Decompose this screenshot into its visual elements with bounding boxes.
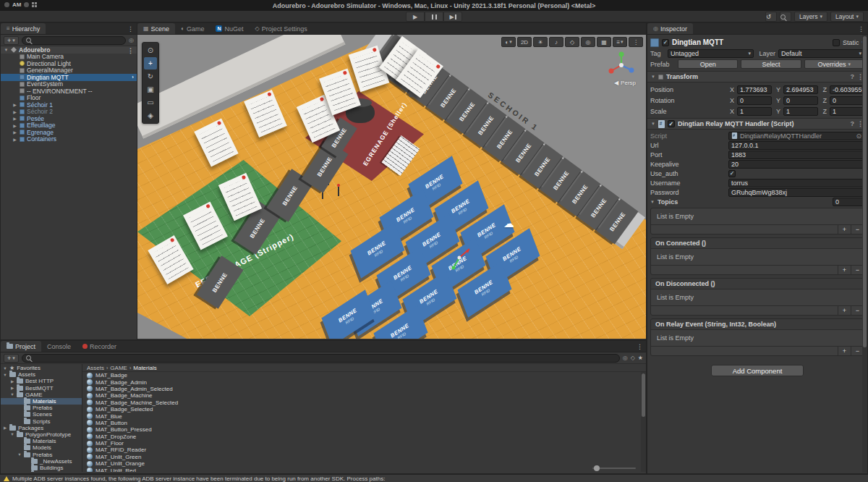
move-tool-button[interactable]: + xyxy=(144,57,157,69)
search-by-type-icon[interactable]: ◎ xyxy=(623,355,628,361)
tab-nuget[interactable]: NNuGet xyxy=(210,23,249,34)
scale-tool-button[interactable]: ▣ xyxy=(144,83,157,96)
view-tool-button[interactable]: ⊙ xyxy=(144,44,157,56)
prefab-overrides-button[interactable]: Overrides▾ xyxy=(804,59,864,69)
expand-arrow-icon[interactable]: ▶ xyxy=(12,137,17,142)
orientation-gizmo[interactable] xyxy=(605,49,637,81)
expand-arrow-icon[interactable]: ▶ xyxy=(12,116,17,121)
search-by-label-icon[interactable]: ◇ xyxy=(631,355,635,361)
asset-row[interactable]: MAT_Badge_Machine xyxy=(82,392,646,399)
pause-button[interactable] xyxy=(425,12,443,22)
layers-dropdown[interactable]: Layers▾ xyxy=(794,12,827,22)
tree-item[interactable]: ▶Packages xyxy=(1,425,82,431)
asset-row[interactable]: MAT_Unlit_Orange xyxy=(82,460,646,467)
foldout-icon[interactable]: ▼ xyxy=(650,200,655,204)
expand-arrow-icon[interactable]: ▼ xyxy=(10,392,14,397)
script-component-header[interactable]: ▼ ✓ Dingtian Relay MQTT Handler (Script)… xyxy=(647,118,867,130)
tree-item[interactable]: ▼★Favorites xyxy=(1,365,82,371)
tab-game[interactable]: ◐Game xyxy=(175,23,210,34)
asset-row[interactable]: MAT_Badge xyxy=(82,372,646,379)
breadcrumb-item[interactable]: GAME xyxy=(110,365,127,371)
tree-item[interactable]: Buildings xyxy=(1,465,82,471)
foldout-icon[interactable]: ▼ xyxy=(651,122,655,126)
tab-hierarchy[interactable]: ≡Hierarchy xyxy=(1,23,46,34)
breadcrumb-item[interactable]: Materials xyxy=(133,365,156,371)
asset-row[interactable]: MAT_Blue xyxy=(82,413,646,419)
hierarchy-item[interactable]: ▶Séchoir 2 xyxy=(1,109,137,116)
perspective-label[interactable]: ◀Persp xyxy=(614,80,636,86)
tree-item[interactable]: Scripts xyxy=(1,418,82,425)
expand-arrow-icon[interactable]: ▼ xyxy=(3,366,7,371)
asset-row[interactable]: MAT_DropZone xyxy=(82,434,646,440)
use-auth-checkbox[interactable]: ✓ xyxy=(728,170,736,177)
hierarchy-item[interactable]: Main Camera xyxy=(1,54,137,61)
window-control-icon[interactable] xyxy=(4,2,9,7)
foldout-icon[interactable]: ▼ xyxy=(651,75,655,79)
username-field[interactable]: torrus xyxy=(728,179,864,187)
effects-toggle-button[interactable]: ◇ xyxy=(565,37,579,47)
add-element-button[interactable]: + xyxy=(838,347,851,355)
tree-item[interactable]: ▶BestMQTT xyxy=(1,385,82,392)
layer-dropdown[interactable]: Default▾ xyxy=(778,49,864,58)
hierarchy-item[interactable]: -- ENVIRONNEMENT -- xyxy=(1,88,137,95)
asset-row[interactable]: MAT_Unlit_Green xyxy=(82,454,646,460)
save-search-icon[interactable]: ★ xyxy=(638,355,643,361)
app-grid-icon[interactable] xyxy=(32,2,37,7)
position-y-field[interactable]: 2.694953 xyxy=(783,85,818,94)
position-z-field[interactable]: -0.6039559 xyxy=(830,85,864,94)
tab-recorder[interactable]: Recorder xyxy=(77,341,122,352)
hierarchy-item[interactable]: GeneralManager xyxy=(1,67,137,75)
transform-tool-button[interactable]: ◈ xyxy=(144,109,157,122)
add-component-button[interactable]: Add Component xyxy=(711,365,804,376)
expand-arrow-icon[interactable]: ▶ xyxy=(3,426,7,430)
hierarchy-item-scene[interactable]: ▼Adourebro⋮ xyxy=(1,46,137,54)
tree-item[interactable]: ▶Best HTTP xyxy=(1,378,82,384)
rotation-z-field[interactable]: 0 xyxy=(830,96,864,105)
scene-menu-icon[interactable]: ⋮ xyxy=(127,47,134,54)
transform-component-header[interactable]: ▼ Transform ? ⋮ xyxy=(647,71,867,83)
add-element-button[interactable]: + xyxy=(838,266,851,274)
add-element-button[interactable]: + xyxy=(838,225,851,234)
active-checkbox[interactable]: ✓ xyxy=(662,39,669,46)
hierarchy-search-input[interactable] xyxy=(22,36,126,45)
visibility-toggle-button[interactable]: ◎ xyxy=(581,37,595,47)
script-object-field[interactable]: DingtianRelayMQTTHandler⊙ xyxy=(728,132,864,140)
shading-mode-button[interactable]: ◐▾ xyxy=(501,37,516,47)
scale-z-field[interactable]: 1 xyxy=(830,107,864,116)
expand-arrow-icon[interactable]: ▼ xyxy=(17,452,22,457)
expand-arrow-icon[interactable]: ▼ xyxy=(3,373,7,377)
hierarchy-item[interactable]: ▶Séchoir 1 xyxy=(1,101,137,109)
scene-visibility-icon[interactable]: ◎ xyxy=(129,37,134,43)
open-prefab-icon[interactable]: › xyxy=(132,74,134,80)
tree-item[interactable]: Models xyxy=(1,444,82,451)
object-picker-icon[interactable]: ⊙ xyxy=(856,132,861,140)
gizmos-dropdown-button[interactable]: ≡▾ xyxy=(613,37,627,47)
layout-dropdown[interactable]: Layout▾ xyxy=(830,12,864,22)
static-checkbox[interactable] xyxy=(833,39,840,46)
status-bar[interactable]: Multiple ADB server instances found, the… xyxy=(0,474,868,482)
2d-toggle-button[interactable]: 2D xyxy=(517,37,532,47)
hierarchy-item[interactable]: ▶Containers xyxy=(1,136,137,143)
asset-row[interactable]: MAT_Button_Pressed xyxy=(82,426,646,433)
create-asset-button[interactable]: +▾ xyxy=(4,354,19,363)
scale-x-field[interactable]: 1 xyxy=(737,107,772,116)
rotation-x-field[interactable]: 0 xyxy=(737,96,772,105)
component-enabled-checkbox[interactable]: ✓ xyxy=(668,120,675,127)
expand-arrow-icon[interactable]: ▶ xyxy=(12,102,17,107)
tree-item-selected[interactable]: Materials xyxy=(1,398,82,405)
panel-menu-icon[interactable]: ⋮ xyxy=(127,25,134,33)
url-field[interactable]: 127.0.0.1 xyxy=(728,141,864,150)
expand-arrow-icon[interactable]: ▼ xyxy=(4,48,9,52)
audio-toggle-button[interactable]: ♪ xyxy=(549,37,563,47)
rect-tool-button[interactable]: ▭ xyxy=(144,96,157,109)
tree-item[interactable]: Materials xyxy=(1,438,82,444)
tab-inspector[interactable]: ◎Inspector xyxy=(647,23,693,34)
tab-project[interactable]: Project xyxy=(1,341,41,352)
tree-item[interactable]: _NewAssets xyxy=(1,458,82,465)
window-control-icon[interactable] xyxy=(24,2,29,7)
rotate-tool-button[interactable]: ↻ xyxy=(144,70,157,83)
lighting-toggle-button[interactable]: ☀ xyxy=(533,37,548,47)
hierarchy-item[interactable]: EventSystem xyxy=(1,81,137,88)
tag-dropdown[interactable]: Untagged▾ xyxy=(668,49,754,58)
tree-item[interactable]: Prefabs xyxy=(1,405,82,411)
